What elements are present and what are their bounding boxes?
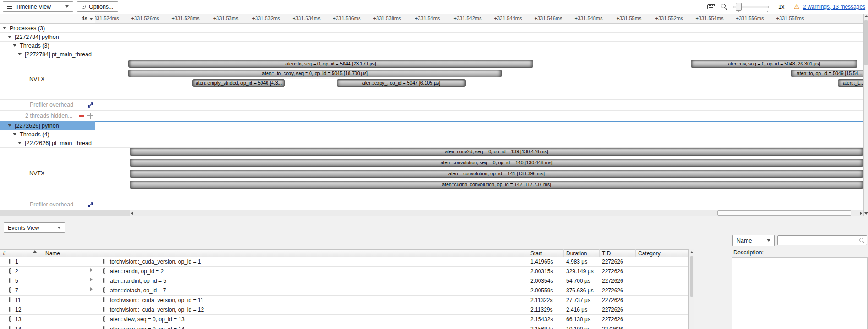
tree-row-pt-main-thread-1[interactable]: [2272784] pt_main_thread [0, 50, 95, 59]
event-number: 14 [15, 326, 21, 329]
event-table-row[interactable]: 11torchvision::_cuda_version, op_id = 11… [0, 296, 688, 305]
tree-row-pt-main-thread-2[interactable]: [2272626] pt_main_thread [0, 139, 95, 147]
collapse-caret-icon[interactable] [18, 142, 22, 144]
nvtx-range-bar[interactable]: aten::div, seq = 0, op_id = 5048 [26.301… [691, 60, 857, 68]
events-table-scrollbar[interactable] [688, 249, 694, 329]
scroll-up-arrow-icon[interactable] [864, 15, 868, 17]
collapse-caret-icon[interactable] [3, 27, 6, 29]
keyboard-shortcuts-icon[interactable] [707, 4, 715, 9]
expand-row-icon[interactable] [87, 202, 93, 208]
event-number: 11 [15, 297, 21, 303]
event-table-row[interactable]: 14aten::view, seq = 0, op_id = 142.15687… [0, 324, 688, 329]
collapse-caret-icon[interactable] [13, 133, 16, 135]
zoom-slider-thumb[interactable] [736, 3, 742, 11]
scroll-down-arrow-icon[interactable] [864, 212, 868, 215]
ruler-tick-label: +331.546ms [535, 16, 562, 21]
event-name: torchvision::_cuda_version, op_id = 12 [110, 307, 204, 313]
row-expander-icon[interactable] [90, 278, 93, 281]
timeline-h-scrollbar[interactable] [130, 210, 863, 216]
collapse-caret-icon[interactable] [8, 124, 11, 127]
events-view-selector[interactable]: Events View [4, 222, 65, 233]
tree-label: [2272626] pt_main_thread [25, 140, 92, 146]
nvtx-range-bar[interactable]: aten::_t... [838, 79, 863, 87]
collapse-caret-icon[interactable] [18, 53, 22, 55]
show-thread-icon[interactable] [87, 113, 93, 119]
options-button[interactable]: Options... [77, 1, 118, 12]
timeline-view-selector[interactable]: Timeline View [3, 1, 73, 12]
hide-thread-icon[interactable] [79, 115, 84, 117]
collapse-caret-icon[interactable] [8, 36, 11, 38]
tree-row-process-2272626[interactable]: [2272626] python [0, 121, 95, 130]
timeline-v-scrollbar[interactable] [863, 14, 868, 216]
col-header-duration[interactable]: Duration [566, 250, 587, 257]
ruler-tick-label: +331.554ms [696, 16, 724, 21]
col-header-num[interactable]: # [3, 250, 6, 257]
nvtx-range-bar[interactable]: aten::to, seq = 0, op_id = 5044 [23.170 … [128, 60, 533, 68]
tree-row-threads-1[interactable]: Threads (3) [0, 41, 95, 50]
hamburger-icon [7, 5, 12, 5]
event-name: aten::randint, op_id = 5 [110, 278, 166, 284]
ruler-tick-label: +331.536ms [333, 16, 361, 21]
col-header-category[interactable]: Category [638, 250, 661, 257]
col-header-name[interactable]: Name [45, 250, 60, 257]
timeline-viewport[interactable]: +331.524ms+331.526ms+331.528ms+331.53ms+… [95, 14, 863, 210]
tree-timeline-divider[interactable] [95, 14, 95, 216]
nvtx-range-bar[interactable]: aten::to, op_id = 5049 [15.54... [791, 70, 863, 77]
event-table-row[interactable]: 13aten::view, seq = 0, op_id = 132.15432… [0, 315, 688, 324]
nvtx-range-bar[interactable]: aten::_convolution, op_id = 141 [130.396… [130, 170, 863, 178]
tree-row-threads-hidden[interactable]: 2 threads hidden... [0, 110, 95, 121]
warnings-messages-link[interactable]: 2 warnings, 13 messages [803, 4, 865, 10]
events-table-header[interactable]: # Name Start Duration TID Category [0, 249, 688, 257]
nvtx-range-bar[interactable]: aten::copy_, op_id = 5047 [6.105 µs] [337, 79, 466, 87]
row-expander-icon[interactable] [90, 287, 93, 291]
event-glyph-icon [9, 297, 11, 302]
tree-row-nvtx-1[interactable]: NVTX [0, 59, 95, 99]
scroll-up-arrow-icon[interactable] [690, 251, 693, 253]
event-table-row[interactable]: 1torchvision::_cuda_version, op_id = 11.… [0, 257, 688, 267]
event-name: aten::randn, op_id = 2 [110, 268, 164, 275]
threads-hidden-label: 2 threads hidden... [25, 113, 73, 119]
nvtx-range-bar[interactable]: aten::empty_strided, op_id = 5046 [4.3..… [192, 79, 285, 87]
row-divider [0, 32, 863, 33]
tree-row-profiler-overhead-1[interactable]: Profiler overhead [0, 99, 95, 110]
h-scrollbar-thumb[interactable] [717, 210, 851, 216]
zoom-out-icon[interactable] [721, 4, 727, 10]
tree-row-nvtx-2[interactable]: NVTX [0, 147, 95, 200]
row-expander-icon[interactable] [90, 268, 93, 272]
event-table-row[interactable]: 5aten::randint, op_id = 52.00354s54.700 … [0, 276, 688, 286]
nvtx-range-bar[interactable]: aten::conv2d, seq = 0, op_id = 139 [130.… [130, 148, 863, 156]
event-duration: 4.983 µs [566, 259, 587, 265]
col-header-tid[interactable]: TID [602, 250, 611, 257]
tree-row-profiler-overhead-2[interactable]: Profiler overhead [0, 200, 95, 210]
search-icon[interactable] [859, 237, 865, 243]
event-table-row[interactable]: 2aten::randn, op_id = 22.00315s329.149 µ… [0, 267, 688, 276]
ruler-tick-label: +331.53ms [213, 16, 239, 21]
collapse-caret-icon[interactable] [13, 44, 16, 47]
tree-row-process-2272784[interactable]: [2272784] python [0, 32, 95, 41]
nvtx-range-bar[interactable]: aten::cudnn_convolution, op_id = 142 [11… [130, 181, 863, 189]
tree-row-threads-2[interactable]: Threads (4) [0, 130, 95, 139]
table-scrollbar-thumb[interactable] [690, 256, 693, 297]
v-scrollbar-thumb[interactable] [864, 20, 868, 65]
timeline-scale-header[interactable]: 4s [0, 14, 95, 24]
tree-row-processes[interactable]: Processes (3) [0, 24, 95, 32]
scroll-right-arrow-icon[interactable] [860, 211, 862, 215]
ruler-tick-label: +331.524ms [95, 16, 119, 21]
col-header-start[interactable]: Start [530, 250, 542, 257]
tree-label: Threads (3) [20, 43, 49, 49]
ruler-tick-label: +331.538ms [373, 16, 401, 21]
search-input[interactable] [778, 236, 867, 245]
scale-caret-icon [89, 18, 93, 20]
event-table-row[interactable]: 7aten::detach, op_id = 72.00559s376.636 … [0, 286, 688, 296]
event-table-row[interactable]: 12torchvision::_cuda_version, op_id = 12… [0, 305, 688, 315]
tree-label: Threads (4) [20, 131, 49, 138]
event-tid: 2272626 [602, 297, 623, 303]
timeline-ruler[interactable]: +331.524ms+331.526ms+331.528ms+331.53ms+… [95, 14, 863, 24]
event-tid: 2272626 [602, 259, 623, 265]
nvtx-range-bar[interactable]: aten::convolution, seq = 0, op_id = 140 … [130, 159, 863, 167]
filter-field-selector[interactable]: Name [732, 235, 775, 246]
nvtx-range-bar[interactable]: aten::_to_copy, seq = 0, op_id = 5045 [1… [128, 70, 502, 77]
scroll-left-arrow-icon[interactable] [131, 211, 133, 215]
expand-row-icon[interactable] [87, 102, 93, 108]
selected-row-band [95, 121, 863, 130]
